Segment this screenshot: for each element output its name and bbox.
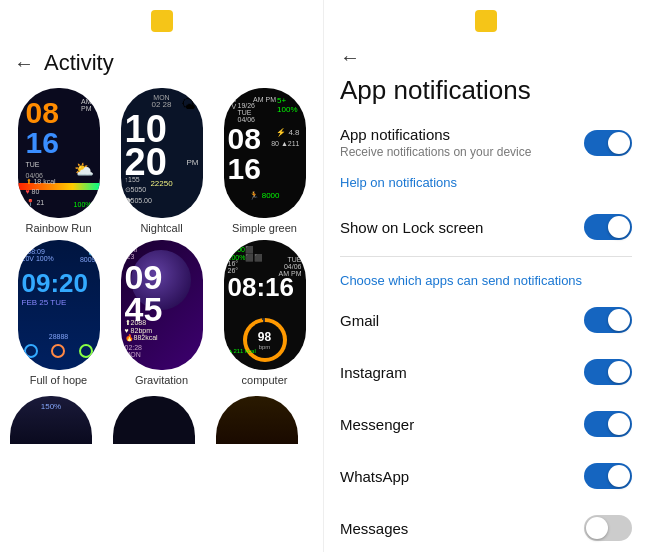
app-notifications-toggle-thumb: [608, 132, 630, 154]
watch-partial-row: 150%: [0, 392, 323, 444]
watch-item-nightcall[interactable]: MON 02 28 🌤 10 20 PM 22250 ↑155 ⊙5050 ⬟5…: [113, 88, 210, 234]
gmail-toggle[interactable]: [584, 307, 632, 333]
watch-label-gravitation: Gravitation: [135, 374, 188, 386]
app-notifications-toggle[interactable]: [584, 130, 632, 156]
left-page-title: Activity: [44, 50, 114, 76]
right-page-title: App notifications: [340, 75, 632, 106]
show-on-lock-toggle-track[interactable]: [584, 214, 632, 240]
messages-toggle[interactable]: [584, 515, 632, 541]
gmail-toggle-thumb: [608, 309, 630, 331]
watch-label-simple-green: Simple green: [232, 222, 297, 234]
gmail-toggle-track[interactable]: [584, 307, 632, 333]
watch-face-gravitation: PAI23 09 45 ⬆2088♥ 82bpm🔥882kcal 02:28MO…: [121, 240, 203, 370]
instagram-toggle-thumb: [608, 361, 630, 383]
show-on-lock-content: Show on Lock screen: [340, 219, 584, 236]
watch-item-computer[interactable]: 08:00⬛100%⬛⬛ 16°26° TUE04/06AM PM 08:16 …: [216, 240, 313, 386]
watch-label-full-of-hope: Full of hope: [30, 374, 87, 386]
app-notifications-toggle-track[interactable]: [584, 130, 632, 156]
app-row-instagram: Instagram: [340, 346, 632, 398]
watch-grid: 08 16 AMPM TUE 04/06 ⬆ 18 kcal ♥ 80 📍 21…: [0, 88, 323, 386]
watch-label-rainbow-run: Rainbow Run: [25, 222, 91, 234]
messages-toggle-thumb: [586, 517, 608, 539]
left-header: ← Activity: [0, 42, 323, 88]
right-panel: ← App notifications App notifications Re…: [324, 0, 648, 552]
messenger-toggle-thumb: [608, 413, 630, 435]
watch-partial-2: [113, 396, 195, 444]
left-top-bar: [0, 0, 323, 42]
watch-item-gravitation[interactable]: PAI23 09 45 ⬆2088♥ 82bpm🔥882kcal 02:28MO…: [113, 240, 210, 386]
notification-settings: App notifications Receive notifications …: [324, 114, 648, 552]
whatsapp-toggle-track[interactable]: [584, 463, 632, 489]
right-back-button[interactable]: ←: [340, 46, 360, 69]
whatsapp-toggle[interactable]: [584, 463, 632, 489]
whatsapp-label: WhatsApp: [340, 468, 409, 485]
watch-face-simple-green: 5+100% UV 19/26TUE04/06 AM PM 08 16 ⚡ 4.…: [224, 88, 306, 218]
messenger-toggle-track[interactable]: [584, 411, 632, 437]
instagram-toggle[interactable]: [584, 359, 632, 385]
messenger-label: Messenger: [340, 416, 414, 433]
watch-face-computer: 08:00⬛100%⬛⬛ 16°26° TUE04/06AM PM 08:16 …: [224, 240, 306, 370]
app-notifications-row: App notifications Receive notifications …: [340, 114, 632, 171]
watch-item-full-of-hope[interactable]: 0:08:0910V 100% 💧8009 09:20 FEB 25 TUE 2…: [10, 240, 107, 386]
instagram-label: Instagram: [340, 364, 407, 381]
settings-divider: [340, 256, 632, 257]
show-on-lock-toggle-thumb: [608, 216, 630, 238]
app-row-messenger: Messenger: [340, 398, 632, 450]
show-on-lock-row: Show on Lock screen: [340, 202, 632, 252]
watch-label-nightcall: Nightcall: [140, 222, 182, 234]
whatsapp-toggle-thumb: [608, 465, 630, 487]
right-top-bar: [324, 0, 648, 42]
watch-partial-3: [216, 396, 298, 444]
app-notifications-content: App notifications Receive notifications …: [340, 126, 584, 159]
help-on-notifications-link[interactable]: Help on notifications: [340, 171, 632, 202]
gmail-label: Gmail: [340, 312, 379, 329]
app-row-whatsapp: WhatsApp: [340, 450, 632, 502]
show-on-lock-toggle[interactable]: [584, 214, 632, 240]
show-on-lock-label: Show on Lock screen: [340, 219, 584, 236]
app-notifications-sublabel: Receive notifications on your device: [340, 145, 584, 159]
watch-face-full-of-hope: 0:08:0910V 100% 💧8009 09:20 FEB 25 TUE 2…: [18, 240, 100, 370]
right-header: ← App notifications: [324, 42, 648, 114]
watch-label-computer: computer: [242, 374, 288, 386]
app-row-messages: Messages: [340, 502, 632, 552]
left-panel: ← Activity 08 16 AMPM TUE 04/06 ⬆ 18 kca…: [0, 0, 324, 552]
instagram-toggle-track[interactable]: [584, 359, 632, 385]
app-icon-left: [151, 10, 173, 32]
app-row-gmail: Gmail: [340, 294, 632, 346]
watch-face-nightcall: MON 02 28 🌤 10 20 PM 22250 ↑155 ⊙5050 ⬟5…: [121, 88, 203, 218]
apps-section-title: Choose which apps can send notifications: [340, 261, 632, 294]
left-back-button[interactable]: ←: [14, 52, 34, 75]
app-icon-right: [475, 10, 497, 32]
watch-partial-1: 150%: [10, 396, 92, 444]
messages-toggle-track[interactable]: [584, 515, 632, 541]
messages-label: Messages: [340, 520, 408, 537]
watch-item-simple-green[interactable]: 5+100% UV 19/26TUE04/06 AM PM 08 16 ⚡ 4.…: [216, 88, 313, 234]
app-notifications-label: App notifications: [340, 126, 584, 143]
watch-face-rainbow: 08 16 AMPM TUE 04/06 ⬆ 18 kcal ♥ 80 📍 21…: [18, 88, 100, 218]
watch-item-rainbow-run[interactable]: 08 16 AMPM TUE 04/06 ⬆ 18 kcal ♥ 80 📍 21…: [10, 88, 107, 234]
messenger-toggle[interactable]: [584, 411, 632, 437]
